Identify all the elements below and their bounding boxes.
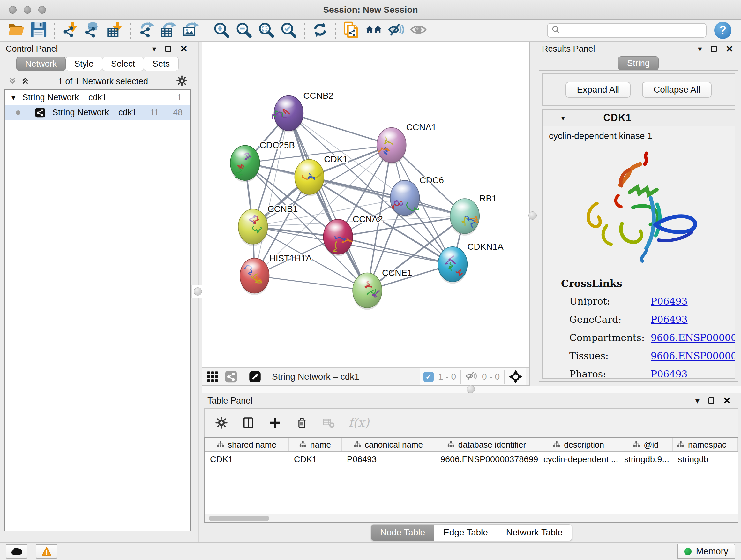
collapse-all-button[interactable]: Collapse All	[642, 82, 712, 98]
zoom-out-button[interactable]	[234, 21, 254, 40]
export-network-button[interactable]	[136, 21, 155, 40]
crosslink-link[interactable]: P06493	[651, 368, 735, 379]
expand-all-networks-icon[interactable]	[20, 76, 30, 87]
save-session-button[interactable]	[29, 21, 48, 40]
protein-collapse-caret[interactable]: ▾	[561, 113, 565, 123]
table-scrollbar-thumb[interactable]	[209, 516, 269, 521]
close-panel-icon[interactable]: ✕	[180, 44, 188, 54]
tab-network-table[interactable]: Network Table	[497, 524, 571, 541]
network-edge-CCNB2-CCNE1[interactable]	[288, 113, 367, 291]
table-close-panel-icon[interactable]: ✕	[723, 396, 731, 406]
network-node-CCNE1[interactable]	[353, 273, 382, 310]
tab-select[interactable]: Select	[102, 57, 144, 71]
minimize-window-button[interactable]	[23, 6, 31, 14]
column-header--id[interactable]: @id	[619, 438, 673, 451]
document-share-button[interactable]	[342, 21, 361, 40]
network-options-gear-icon[interactable]	[176, 75, 188, 88]
results-close-panel-icon[interactable]: ✕	[726, 44, 733, 54]
import-network-database-button[interactable]	[83, 21, 102, 40]
column-header-database-identifier[interactable]: database identifier	[435, 438, 538, 451]
network-node-HIST1H1A[interactable]	[240, 258, 269, 295]
table-cell[interactable]: stringdb	[673, 452, 738, 468]
double-house-button[interactable]	[364, 21, 383, 40]
network-collection-row[interactable]: ▾ String Network – cdk1 1	[5, 90, 190, 105]
crosslink-link[interactable]: 9606.ENSP00000378699	[651, 350, 735, 361]
network-canvas[interactable]: CCNB2CCNA1CDC25BCDK1CDC6RB1CCNB1CCNA2CDK…	[202, 42, 529, 368]
left-splitter-handle[interactable]	[194, 287, 202, 296]
cloud-button[interactable]	[6, 544, 27, 559]
table-panel-menu-icon[interactable]: ▾	[695, 396, 699, 405]
add-column-icon[interactable]	[268, 416, 282, 430]
selected-checkbox-icon[interactable]: ✓	[423, 372, 434, 382]
table-cell[interactable]: CDK1	[205, 452, 289, 468]
help-button[interactable]: ?	[714, 22, 731, 39]
results-panel-menu-icon[interactable]: ▾	[698, 45, 702, 53]
import-table-file-button[interactable]	[105, 21, 124, 40]
memory-button[interactable]: Memory	[677, 544, 735, 559]
column-header-canonical-name[interactable]: canonical name	[342, 438, 435, 451]
network-node-CDC6[interactable]	[390, 180, 420, 217]
crosslink-link[interactable]: P06493	[651, 296, 735, 307]
column-header-description[interactable]: description	[538, 438, 619, 451]
zoom-fit-button[interactable]	[257, 21, 276, 40]
tab-node-table[interactable]: Node Table	[371, 524, 434, 541]
fit-content-icon[interactable]	[509, 370, 522, 383]
horizontal-splitter-handle[interactable]	[467, 385, 475, 393]
delete-column-icon[interactable]	[295, 416, 309, 430]
column-header-name[interactable]: name	[289, 438, 342, 451]
table-options-gear-icon[interactable]	[214, 416, 228, 430]
table-float-panel-icon[interactable]	[709, 397, 714, 404]
network-node-CDKN1A[interactable]	[438, 247, 468, 284]
export-image-button[interactable]	[181, 21, 200, 40]
search-input[interactable]	[563, 25, 702, 36]
import-network-file-button[interactable]	[60, 21, 79, 40]
network-row[interactable]: String Network – cdk1 11 48	[5, 105, 190, 120]
crosslink-link[interactable]: 9606.ENSP00000378699	[651, 332, 735, 343]
export-table-button[interactable]	[158, 21, 178, 40]
open-session-button[interactable]	[7, 21, 26, 40]
tab-network[interactable]: Network	[16, 57, 66, 71]
warning-button[interactable]	[36, 544, 57, 559]
table-cell[interactable]: cyclin-dependent ...	[538, 452, 619, 468]
results-float-panel-icon[interactable]	[711, 46, 717, 52]
network-node-CCNA1[interactable]	[377, 127, 406, 165]
network-node-CCNB1[interactable]	[239, 209, 268, 246]
close-window-button[interactable]	[9, 6, 17, 14]
tab-edge-table[interactable]: Edge Table	[434, 524, 497, 541]
panel-menu-icon[interactable]: ▾	[152, 45, 156, 53]
column-header-shared-name[interactable]: shared name	[205, 438, 289, 451]
table-cell[interactable]: stringdb:9...	[619, 452, 673, 468]
eye-button[interactable]	[409, 21, 428, 40]
table-cell[interactable]: P06493	[342, 452, 435, 468]
right-splitter-handle[interactable]	[529, 211, 537, 220]
show-columns-icon[interactable]	[241, 416, 255, 430]
table-cell[interactable]: CDK1	[289, 452, 342, 468]
network-node-CDC25B[interactable]	[230, 145, 260, 182]
network-node-RB1[interactable]	[450, 199, 479, 236]
grid-view-icon[interactable]	[206, 370, 219, 383]
network-edge-CCNB2-HIST1H1A[interactable]	[255, 113, 289, 276]
maximize-window-button[interactable]	[38, 6, 46, 14]
status-bar: Memory	[0, 542, 741, 560]
collapse-all-networks-icon[interactable]	[8, 76, 17, 87]
tab-style[interactable]: Style	[65, 57, 103, 71]
collection-expand-caret[interactable]: ▾	[11, 93, 15, 102]
birdseye-view-icon[interactable]	[248, 370, 262, 383]
tab-sets[interactable]: Sets	[144, 57, 179, 71]
float-panel-icon[interactable]	[165, 46, 171, 52]
protein-header-row[interactable]: ▾ CDK1	[542, 110, 735, 126]
expand-all-button[interactable]: Expand All	[565, 82, 630, 98]
zoom-in-button[interactable]	[212, 21, 231, 40]
network-edge-HIST1H1A-CCNE1[interactable]	[255, 276, 367, 291]
network-node-CCNA2[interactable]	[323, 219, 353, 256]
network-share-icon[interactable]	[224, 370, 238, 383]
eye-slash-button[interactable]	[387, 21, 406, 40]
tab-string[interactable]: String	[618, 56, 659, 70]
refresh-layout-button[interactable]	[311, 21, 330, 40]
crosslink-link[interactable]: P06493	[651, 314, 735, 325]
network-node-CDK1[interactable]	[294, 159, 324, 196]
network-edge-CCNB2-CCNA1[interactable]	[288, 113, 391, 145]
table-cell[interactable]: 9606.ENSP00000378699	[435, 452, 538, 468]
zoom-selected-button[interactable]	[279, 21, 298, 40]
column-header-namespac[interactable]: namespac	[673, 438, 738, 451]
